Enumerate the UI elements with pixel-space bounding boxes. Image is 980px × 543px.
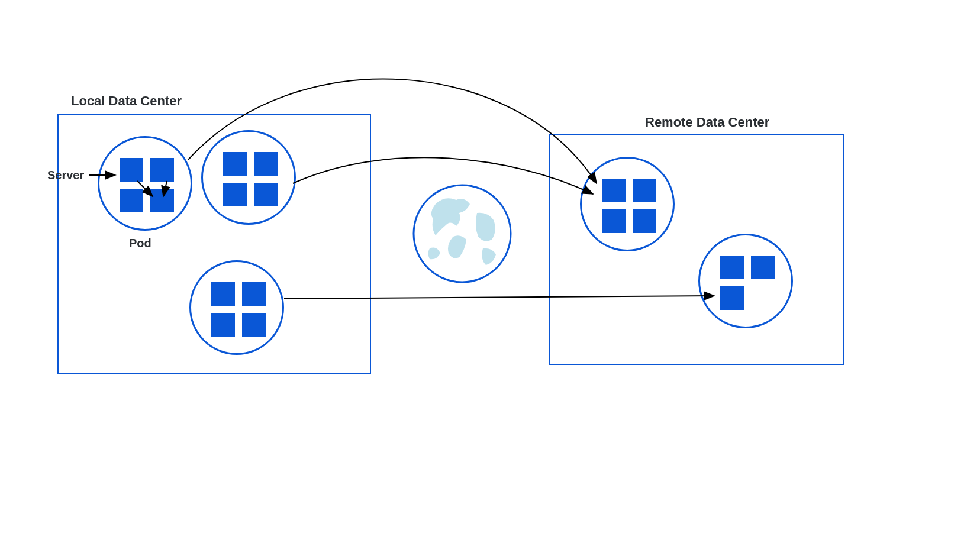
local-pod-2 [201, 130, 296, 225]
server-icon [120, 158, 143, 182]
server-icon [602, 209, 626, 233]
server-icon [720, 256, 744, 279]
local-pod-1 [98, 136, 192, 231]
pod-label: Pod [129, 237, 151, 250]
server-icon [602, 179, 626, 202]
server-icon [633, 179, 656, 202]
server-icon [633, 209, 656, 233]
server-icon [254, 183, 278, 206]
server-icon [242, 313, 266, 337]
server-icon [211, 282, 235, 306]
server-icon [150, 189, 174, 212]
server-label: Server [47, 169, 84, 182]
server-icon [242, 282, 266, 306]
server-icon [211, 313, 235, 337]
server-icon [223, 183, 247, 206]
remote-dc-box [549, 134, 844, 365]
local-pod-3 [189, 260, 284, 355]
remote-dc-title: Remote Data Center [645, 115, 769, 130]
server-icon [223, 152, 247, 176]
server-icon [120, 189, 143, 212]
local-dc-title: Local Data Center [71, 93, 182, 109]
diagram-stage: Local Data Center Server Pod Remote Data… [0, 0, 980, 543]
remote-pod-1 [580, 157, 675, 251]
server-icon [150, 158, 174, 182]
remote-pod-2 [698, 234, 793, 328]
server-icon [254, 152, 278, 176]
server-icon [751, 256, 775, 279]
globe-icon [412, 183, 512, 284]
server-icon [720, 286, 744, 310]
